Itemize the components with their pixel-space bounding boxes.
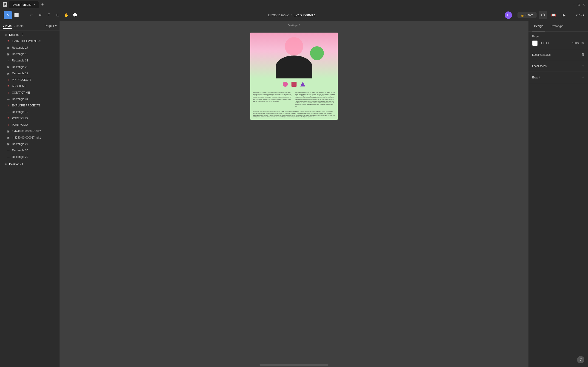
main-area: Layers Assets Page 1 ▾ ⊞ Desktop - 2 T E… — [0, 21, 588, 367]
layer-rect-19[interactable]: ▣ Rectangle 19 — [0, 70, 60, 77]
help-button[interactable]: ? — [577, 356, 584, 363]
right-panel: Design Prototype Page FFFFFF 100% 👁 Loca… — [528, 21, 588, 367]
assets-tab[interactable]: Assets — [15, 23, 23, 28]
user-avatar[interactable]: E — [505, 11, 512, 19]
pen-tool[interactable]: ✏ — [36, 11, 44, 19]
line-icon: — — [6, 97, 10, 101]
image-icon-7: ▣ — [6, 142, 10, 146]
layer-rect-10[interactable]: — Rectangle 10 — [0, 109, 60, 115]
card-text-left: Lorem ipsum dolor sit amet, consectetur … — [253, 92, 293, 107]
cursor-tool[interactable]: ↖ — [4, 11, 12, 19]
image-icon-5: ▣ — [6, 129, 10, 133]
page-section-title: Page — [532, 35, 584, 38]
prototype-tab[interactable]: Prototype — [549, 21, 565, 31]
layer-portfolio-1[interactable]: T PORTFOLIO — [0, 115, 60, 122]
frame-icon: ⊞ — [4, 33, 7, 37]
line-icon-2: — — [6, 110, 10, 114]
page-selector[interactable]: Page 1 ▾ — [45, 24, 57, 27]
image-icon-6: ▣ — [6, 136, 10, 140]
presentation-button[interactable]: 📖 — [549, 11, 558, 19]
layers-tab[interactable]: Layers — [3, 23, 12, 29]
text-icon-2: T — [6, 78, 10, 82]
page-color-value[interactable]: FFFFFF — [540, 42, 570, 45]
card-text-section: Lorem ipsum dolor sit amet, consectetur … — [250, 90, 338, 109]
image-icon-3: ▣ — [6, 65, 10, 69]
card-hero — [250, 33, 338, 78]
card-shapes — [250, 78, 338, 90]
hand-tool[interactable]: ✋ — [62, 11, 70, 19]
tool-group-draw: ▭ ✏ T ⊞ ✋ 💬 — [27, 11, 79, 19]
tab-close-icon[interactable]: ✕ — [33, 3, 35, 6]
text-icon-3: T — [6, 84, 10, 88]
canvas-frame-label: Desktop - 1 — [288, 24, 300, 27]
layer-desktop-2[interactable]: ⊞ Desktop - 2 — [0, 32, 60, 38]
visibility-icon[interactable]: 👁 — [581, 41, 584, 45]
local-styles-label: Local styles — [532, 65, 547, 68]
text-icon-4: T — [6, 91, 10, 94]
layer-rect-29[interactable]: — Rectangle 29 — [0, 154, 60, 160]
tool-separator-2 — [572, 12, 572, 18]
maximize-button[interactable]: □ — [578, 3, 580, 6]
layer-portfolio-2[interactable]: T PORTFOLIO — [0, 122, 60, 128]
component-tool[interactable]: ⊞ — [53, 11, 62, 19]
page-color-row: FFFFFF 100% 👁 — [532, 40, 584, 46]
page-opacity-value[interactable]: 100% — [572, 42, 579, 45]
new-tab-button[interactable]: + — [41, 2, 44, 7]
line-icon-3: — — [6, 149, 10, 152]
layer-explore[interactable]: T EXPLORE PROJECTS — [0, 102, 60, 109]
export-add-button[interactable]: + — [582, 75, 584, 80]
text-tool[interactable]: T — [45, 11, 53, 19]
tool-group-select: ↖ ⬜ — [4, 11, 21, 19]
layer-n4240-1[interactable]: ▣ n-4240-00-000027-hd 1 — [0, 134, 60, 141]
layer-about-me[interactable]: T ABOUT ME — [0, 83, 60, 90]
local-variables-section: Local variables ⇅ — [528, 49, 588, 60]
play-button[interactable]: ▶ — [560, 11, 568, 19]
local-variables-icon[interactable]: ⇅ — [581, 52, 584, 57]
canvas-scrollbar[interactable] — [259, 364, 329, 366]
line-icon-4: — — [6, 155, 10, 159]
code-button[interactable]: </> — [539, 11, 547, 19]
tab-portfolio[interactable]: Eva's Portfolio ✕ — [9, 1, 39, 8]
window-controls: – □ ✕ — [573, 3, 585, 6]
ellipse-icon: ○ — [6, 59, 10, 62]
minimize-button[interactable]: – — [573, 3, 575, 6]
card-text-right: It is important to take care of the pati… — [295, 92, 335, 107]
layer-n4240-2[interactable]: ▣ n-4240-00-000027-hd 2 — [0, 128, 60, 134]
zoom-control[interactable]: 22% ▾ — [576, 13, 584, 17]
canvas-area[interactable]: Desktop - 1 Lorem ipsum dolor sit amet, — [60, 21, 528, 367]
layer-rect-28[interactable]: ▣ Rectangle 28 — [0, 64, 60, 70]
tab-label: Eva's Portfolio — [12, 3, 32, 6]
image-icon-2: ▣ — [6, 52, 10, 56]
layer-list: ⊞ Desktop - 2 T EVANTHIA EVGENIDIS ▣ Rec… — [0, 31, 60, 367]
share-button[interactable]: 🔒 Share — [518, 12, 537, 18]
comment-tool[interactable]: 💬 — [71, 11, 79, 19]
layer-contact-me[interactable]: T CONTACT ME — [0, 90, 60, 96]
layer-rect-35[interactable]: — Rectangle 35 — [0, 147, 60, 154]
layer-rect-34[interactable]: — Rectangle 34 — [0, 96, 60, 102]
hero-green-ellipse — [310, 46, 324, 60]
shape-rect — [292, 82, 296, 87]
page-color-swatch[interactable] — [532, 40, 538, 46]
layer-rect-17[interactable]: ▣ Rectangle 17 — [0, 44, 60, 51]
layer-rect-27[interactable]: ▣ Rectangle 27 — [0, 141, 60, 147]
design-tab[interactable]: Design — [532, 21, 545, 31]
layer-desktop-1[interactable]: ⊞ Desktop - 1 — [0, 161, 60, 167]
export-section: Export + — [528, 72, 588, 83]
layer-rect-33[interactable]: ○ Rectangle 33 — [0, 57, 60, 64]
shape-triangle — [300, 82, 305, 86]
image-icon-4: ▣ — [6, 72, 10, 75]
card-text-bottom: Lorem ipsum dolor sit amet, consectetur … — [250, 109, 338, 120]
local-styles-add-button[interactable]: + — [582, 64, 584, 68]
title-bar-left: F Eva's Portfolio ✕ + — [3, 1, 44, 8]
frame-tool[interactable]: ⬜ — [12, 11, 21, 19]
layer-evanthia[interactable]: T EVANTHIA EVGENIDIS — [0, 38, 60, 44]
project-name[interactable]: Eva's Portfolio ▾ — [294, 13, 317, 17]
layer-my-projects[interactable]: T MY PROJECTS — [0, 77, 60, 83]
layer-rect-18[interactable]: ▣ Rectangle 18 — [0, 51, 60, 57]
text-icon-6: T — [6, 117, 10, 120]
export-label: Export — [532, 76, 540, 79]
shape-tool[interactable]: ▭ — [27, 11, 36, 19]
close-button[interactable]: ✕ — [582, 3, 585, 6]
page-section: Page FFFFFF 100% 👁 — [528, 32, 588, 49]
toolbar-right: E 🔒 Share </> 📖 ▶ 22% ▾ — [505, 11, 584, 19]
